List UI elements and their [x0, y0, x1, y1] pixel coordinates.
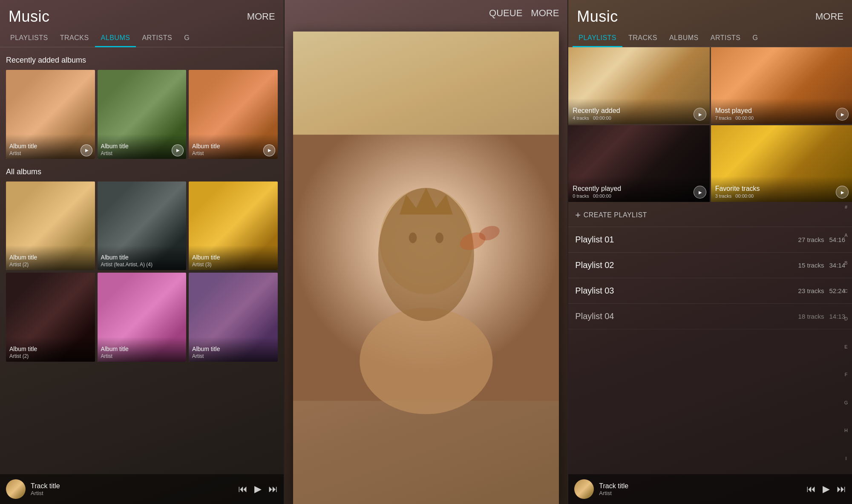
alpha-b[interactable]: B [844, 261, 847, 265]
alpha-i[interactable]: I [845, 456, 846, 461]
playlist-thumb-3-play[interactable] [694, 186, 706, 199]
right-play-button[interactable]: ▶ [823, 484, 830, 495]
tab-albums-left[interactable]: ALBUMS [95, 30, 136, 47]
alpha-c[interactable]: C [844, 289, 848, 294]
alpha-e[interactable]: E [844, 345, 847, 349]
alpha-h[interactable]: H [844, 428, 848, 433]
alpha-sidebar: # A B C D E F G H I [840, 192, 852, 474]
playlist-row-4[interactable]: Playlist 04 18 tracks 14:13 [568, 304, 852, 329]
middle-more-button[interactable]: MORE [531, 8, 559, 19]
player-artwork [293, 32, 559, 504]
playlist-thumb-1-overlay: Recently added 4 tracks 00:00:00 [568, 98, 709, 124]
playlist-3-meta: 23 tracks 52:24 [798, 287, 845, 294]
right-mini-controls: ⏮ ▶ ⏭ [806, 484, 846, 495]
album-3[interactable]: Album title Artist (3) [189, 181, 278, 271]
playlist-3-tracks: 23 tracks [798, 287, 824, 294]
playlist-thumb-2-name: Most played [715, 107, 848, 115]
alpha-f[interactable]: F [845, 372, 848, 377]
album-5[interactable]: Album title Artist [98, 273, 187, 362]
playlist-4-tracks: 18 tracks [798, 313, 824, 320]
left-header: Music MORE [0, 0, 284, 30]
left-skip-next-button[interactable]: ⏭ [268, 484, 278, 495]
right-mini-title: Track title [599, 482, 801, 490]
tab-albums-right[interactable]: ALBUMS [663, 30, 705, 47]
recently-added-title: Recently added albums [6, 56, 278, 65]
recent-album-3-play[interactable] [263, 144, 275, 156]
album-2-overlay: Album title Artist (feat.Artist, A) (4) [98, 245, 187, 270]
tab-artists-left[interactable]: ARTISTS [136, 30, 178, 47]
alpha-d[interactable]: D [844, 317, 848, 321]
album-2-artist: Artist (feat.Artist, A) (4) [101, 262, 183, 268]
playlist-thumb-2-play[interactable] [836, 108, 849, 121]
left-app-title: Music [9, 8, 50, 26]
playlist-2-tracks: 15 tracks [798, 262, 824, 269]
right-header: Music MORE [568, 0, 852, 30]
artwork-svg [293, 32, 559, 504]
right-mini-artist: Artist [599, 490, 801, 496]
playlist-row-3[interactable]: Playlist 03 23 tracks 52:24 [568, 278, 852, 304]
playlist-row-2[interactable]: Playlist 02 15 tracks 34:14 [568, 253, 852, 278]
playlist-thumb-3[interactable]: Recently played 0 tracks 00:00:00 [568, 125, 709, 202]
alpha-hash[interactable]: # [845, 205, 847, 210]
create-playlist-button[interactable]: + CREATE PLAYLIST [568, 204, 852, 227]
recent-album-1-artist: Artist [9, 150, 92, 156]
left-panel: Music MORE PLAYLISTS TRACKS ALBUMS ARTIS… [0, 0, 284, 504]
album-3-artist: Artist (3) [192, 262, 274, 268]
create-plus-icon: + [575, 210, 581, 221]
right-skip-next-button[interactable]: ⏭ [837, 484, 846, 495]
queue-button[interactable]: QUEUE [489, 8, 522, 19]
playlist-1-meta: 27 tracks 54:16 [798, 236, 845, 243]
album-4-artist: Artist (2) [9, 353, 92, 359]
tab-tracks-left[interactable]: TRACKS [54, 30, 95, 47]
recent-album-3[interactable]: Album title Artist [189, 70, 278, 159]
recent-album-1-play[interactable] [81, 144, 92, 156]
playlist-thumb-1-play[interactable] [694, 108, 706, 121]
album-5-overlay: Album title Artist [98, 337, 187, 362]
middle-header: QUEUE MORE [285, 0, 568, 23]
playlist-thumb-4[interactable]: Favorite tracks 3 tracks 00:00:00 [711, 125, 852, 202]
alpha-a[interactable]: A [844, 233, 847, 238]
recent-album-1[interactable]: Album title Artist [6, 70, 95, 159]
right-panel: Music MORE PLAYLISTS TRACKS ALBUMS ARTIS… [568, 0, 852, 504]
left-more-button[interactable]: MORE [247, 11, 275, 22]
right-skip-prev-button[interactable]: ⏮ [806, 484, 816, 495]
left-play-button[interactable]: ▶ [254, 484, 262, 495]
right-content: Recently added 4 tracks 00:00:00 Most pl… [568, 47, 852, 474]
playlist-thumb-2[interactable]: Most played 7 tracks 00:00:00 [711, 47, 852, 124]
album-4[interactable]: Album title Artist (2) [6, 273, 95, 362]
left-mini-artist: Artist [31, 490, 233, 496]
tab-artists-right[interactable]: ARTISTS [705, 30, 747, 47]
playlist-thumb-1-name: Recently added [573, 107, 705, 115]
playlist-thumb-3-name: Recently played [573, 185, 705, 193]
playlist-1-tracks: 27 tracks [798, 236, 824, 243]
tab-playlists-right[interactable]: PLAYLISTS [573, 30, 622, 47]
tab-tracks-right[interactable]: TRACKS [622, 30, 663, 47]
tab-g-right[interactable]: G [747, 30, 764, 47]
album-2[interactable]: Album title Artist (feat.Artist, A) (4) [98, 181, 187, 271]
tab-g-left[interactable]: G [178, 30, 196, 47]
right-app-title: Music [577, 8, 618, 26]
recent-album-2[interactable]: Album title Artist [98, 70, 187, 159]
album-1-overlay: Album title Artist (2) [6, 245, 95, 270]
right-more-button[interactable]: MORE [815, 11, 843, 22]
playlist-thumb-3-overlay: Recently played 0 tracks 00:00:00 [568, 176, 709, 202]
svg-point-6 [378, 188, 474, 321]
alpha-g[interactable]: G [844, 400, 848, 405]
album-5-artist: Artist [101, 353, 183, 359]
tab-playlists-left[interactable]: PLAYLISTS [4, 30, 54, 47]
recently-added-grid: Album title Artist Album title Artist Al… [6, 70, 278, 159]
left-skip-prev-button[interactable]: ⏮ [238, 484, 248, 495]
playlist-thumb-1-meta: 4 tracks 00:00:00 [573, 115, 705, 121]
recent-album-3-title: Album title [192, 143, 274, 150]
recent-album-2-play[interactable] [172, 144, 184, 156]
left-mini-title: Track title [31, 482, 233, 490]
left-mini-controls: ⏮ ▶ ⏭ [238, 484, 278, 495]
playlist-thumb-1[interactable]: Recently added 4 tracks 00:00:00 [568, 47, 709, 124]
album-4-overlay: Album title Artist (2) [6, 337, 95, 362]
middle-panel: QUEUE MORE [285, 0, 568, 504]
album-6[interactable]: Album title Artist [189, 273, 278, 362]
left-content: Recently added albums Album title Artist… [0, 47, 284, 474]
album-1[interactable]: Album title Artist (2) [6, 181, 95, 271]
playlist-thumb-2-meta: 7 tracks 00:00:00 [715, 115, 848, 121]
playlist-row-1[interactable]: Playlist 01 27 tracks 54:16 [568, 227, 852, 253]
